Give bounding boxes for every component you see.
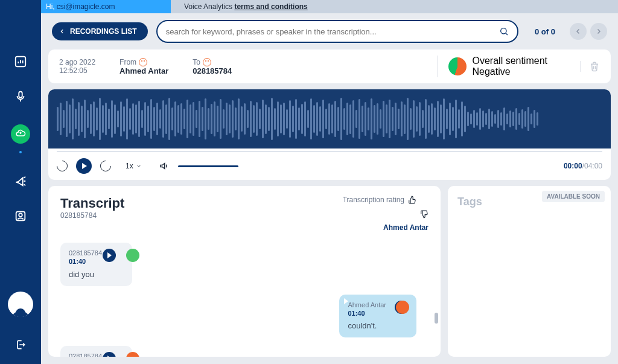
search-icon: [499, 27, 509, 36]
active-indicator-dot: [19, 151, 22, 153]
transcript-title: Transcript: [60, 196, 124, 211]
recordings-list-button[interactable]: RECORDINGS LIST: [52, 22, 148, 40]
recording-info-card: 2 ago 2022 12:52:05 From Ahmed Antar To …: [48, 49, 611, 83]
emotion-icon: [126, 352, 139, 357]
available-soon-badge: AVAILABLE SOON: [542, 191, 605, 202]
prev-result-button[interactable]: [570, 23, 587, 40]
cloud-upload-icon[interactable]: [11, 124, 30, 144]
scrollbar-thumb[interactable]: [435, 313, 438, 324]
terms-link-area: Voice Analytics terms and conditions: [184, 2, 308, 11]
search-input[interactable]: [166, 27, 499, 36]
sentiment-pie-icon: [448, 57, 467, 75]
play-segment-button[interactable]: [103, 352, 116, 357]
transcript-id: 028185784: [60, 211, 124, 220]
waveform-card: 1x 00:00/04:00: [48, 89, 611, 180]
contact-icon[interactable]: [13, 209, 28, 223]
volume-slider[interactable]: [178, 165, 238, 167]
sentiment-block: Overall sentiment Negative: [437, 56, 548, 77]
from-block: From Ahmed Antar: [119, 58, 168, 75]
mic-icon[interactable]: [13, 89, 28, 104]
toolbar: RECORDINGS LIST 0 of 0: [41, 13, 618, 49]
topbar: Hi,csi@imagicle.com Voice Analytics term…: [41, 0, 618, 13]
emotion-icon: [396, 301, 409, 314]
delete-button[interactable]: [580, 61, 600, 72]
time-display: 00:00/04:00: [564, 162, 602, 170]
greeting: Hi,csi@imagicle.com: [41, 0, 171, 13]
search-box[interactable]: [156, 20, 518, 43]
transcription-rating: Transcription rating: [343, 196, 428, 204]
speed-toggle[interactable]: 1x: [126, 162, 142, 170]
transcript-bubble: Ahmed Antar01:40couldn't.: [339, 295, 416, 338]
svg-point-4: [500, 28, 506, 34]
result-count: 0 of 0: [535, 27, 555, 36]
play-button[interactable]: [76, 158, 92, 174]
svg-rect-1: [19, 92, 22, 98]
user-avatar[interactable]: [8, 292, 33, 317]
logout-icon[interactable]: [13, 337, 28, 352]
rewind-button[interactable]: [54, 158, 69, 173]
emotion-icon: [126, 249, 139, 262]
waveform[interactable]: [48, 89, 611, 148]
tags-panel: AVAILABLE SOON Tags: [448, 186, 611, 357]
announce-icon[interactable]: [13, 174, 28, 188]
analytics-icon[interactable]: [13, 54, 28, 69]
thumbs-up-button[interactable]: [408, 196, 416, 204]
terms-link[interactable]: terms and conditions: [234, 2, 307, 11]
transcript-bubble: 02818578401:40did you: [60, 243, 132, 286]
svg-point-3: [19, 213, 22, 217]
speaker-label: Ahmed Antar: [60, 223, 428, 232]
volume-icon[interactable]: [159, 161, 170, 171]
play-segment-button[interactable]: [103, 249, 116, 262]
transcript-bubble: 02818578401:40stop?: [60, 346, 132, 357]
transcript-panel: Transcript 028185784 Transcription ratin…: [48, 186, 441, 357]
thumbs-down-button[interactable]: [420, 196, 428, 204]
sad-face-icon: [203, 58, 211, 66]
chevron-down-icon: [136, 163, 142, 169]
date-block: 2 ago 2022 12:52:05: [59, 58, 95, 75]
sidebar: [0, 0, 41, 364]
to-block: To 028185784: [193, 58, 232, 75]
next-result-button[interactable]: [590, 23, 607, 40]
player-controls: 1x 00:00/04:00: [48, 152, 611, 180]
sad-face-icon: [139, 58, 147, 66]
forward-button[interactable]: [98, 158, 113, 173]
